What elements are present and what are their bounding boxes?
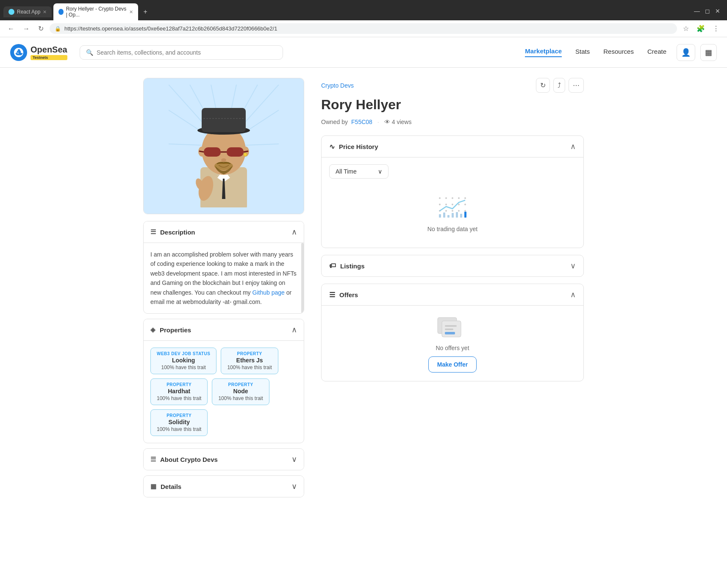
search-icon: 🔍: [86, 49, 93, 56]
details-chevron: ∨: [291, 482, 297, 491]
property-card-4: PROPERTY Solidity 100% have this trait: [150, 409, 208, 436]
property-value-3: Node: [218, 388, 263, 395]
search-bar: 🔍: [80, 45, 283, 60]
github-link[interactable]: Github page: [253, 289, 285, 296]
details-label: Details: [161, 483, 181, 490]
svg-point-42: [458, 204, 460, 205]
property-type-3: PROPERTY: [218, 382, 263, 387]
properties-grid: WEB3 DEV JOB STATUS Looking 100% have th…: [144, 340, 304, 443]
offers-panel: ☰ Offers ∧: [321, 284, 584, 381]
refresh-button[interactable]: ↻: [536, 78, 550, 93]
price-history-header[interactable]: ∿ Price History ∧: [322, 136, 583, 157]
browser-tab-react-close[interactable]: ✕: [43, 9, 47, 15]
browser-tab-opensea[interactable]: Rory Hellyer - Crypto Devs | Op... ✕: [53, 3, 138, 20]
address-bar[interactable]: 🔒 https://testnets.opensea.io/assets/0xe…: [50, 23, 677, 34]
description-header[interactable]: ☰ Description ∧: [144, 221, 304, 243]
property-value-4: Solidity: [157, 419, 201, 425]
back-button[interactable]: ←: [5, 23, 17, 34]
window-maximize[interactable]: ◻: [705, 8, 710, 14]
forward-button[interactable]: →: [20, 23, 32, 34]
browser-tab-opensea-close[interactable]: ✕: [129, 9, 133, 15]
property-card-1: PROPERTY Ethers Js 100% have this trait: [221, 348, 278, 374]
wallet-button[interactable]: ▦: [700, 44, 717, 61]
nav-marketplace[interactable]: Marketplace: [525, 47, 562, 57]
logo-area[interactable]: OpenSea Testnets: [10, 44, 69, 61]
search-input[interactable]: [97, 49, 277, 56]
star-button[interactable]: ☆: [680, 23, 691, 34]
property-rarity-4: 100% have this trait: [157, 426, 201, 432]
about-icon: ☰: [150, 455, 156, 463]
asset-actions: ↻ ⤴ ⋯: [536, 78, 584, 93]
menu-button[interactable]: ⋮: [710, 23, 722, 34]
extensions-button[interactable]: 🧩: [694, 23, 708, 34]
listings-label: Listings: [340, 262, 365, 270]
property-type-0: WEB3 DEV JOB STATUS: [157, 351, 210, 356]
reload-button[interactable]: ↻: [36, 23, 46, 34]
svg-point-41: [452, 204, 453, 205]
svg-line-28: [199, 151, 204, 152]
listings-header-left: 🏷 Listings: [329, 262, 365, 270]
svg-rect-54: [460, 214, 462, 218]
description-text: I am an accomplished problem solver with…: [150, 250, 297, 306]
offers-header[interactable]: ☰ Offers ∧: [322, 284, 583, 305]
details-header-left: ▦ Details: [150, 483, 181, 490]
svg-point-46: [452, 210, 453, 212]
offers-chevron: ∧: [570, 290, 576, 299]
views-text: 4 views: [392, 119, 412, 125]
nft-character-svg: [169, 85, 279, 207]
profile-button[interactable]: 👤: [677, 44, 695, 61]
svg-rect-51: [447, 215, 450, 218]
details-header[interactable]: ▦ Details ∨: [144, 476, 304, 497]
window-close[interactable]: ✕: [715, 8, 720, 14]
svg-rect-58: [445, 325, 457, 327]
price-history-icon: ∿: [329, 143, 335, 151]
properties-header[interactable]: ◈ Properties ∧: [144, 319, 304, 340]
more-button[interactable]: ⋯: [569, 78, 584, 93]
about-header[interactable]: ☰ About Crypto Devs ∨: [144, 449, 304, 470]
properties-section: ◈ Properties ∧ WEB3 DEV JOB STATUS Looki…: [143, 319, 304, 443]
app: OpenSea Testnets 🔍 Marketplace Stats Res…: [0, 37, 727, 545]
make-offer-button[interactable]: Make Offer: [428, 356, 477, 373]
search-input-wrap[interactable]: 🔍: [80, 45, 283, 60]
svg-point-38: [464, 197, 466, 199]
svg-point-47: [458, 210, 460, 212]
description-section: ☰ Description ∧ I am an accomplished pro…: [143, 221, 304, 314]
browser-toolbar: ← → ↻ 🔒 https://testnets.opensea.io/asse…: [0, 20, 727, 37]
browser-chrome: React App ✕ Rory Hellyer - Crypto Devs |…: [0, 0, 727, 37]
share-button[interactable]: ⤴: [553, 78, 565, 93]
browser-tab-react[interactable]: React App ✕: [3, 6, 52, 17]
header-actions: 👤 ▦: [677, 44, 717, 61]
browser-tabs: React App ✕ Rory Hellyer - Crypto Devs |…: [0, 0, 727, 20]
properties-icon: ◈: [150, 326, 155, 334]
collection-link[interactable]: Crypto Devs: [321, 82, 354, 89]
price-history-panel: ∿ Price History ∧ All Time ∨: [321, 135, 584, 248]
nav-stats[interactable]: Stats: [575, 48, 590, 57]
svg-point-30: [221, 158, 226, 162]
window-minimize[interactable]: —: [694, 8, 700, 14]
properties-header-left: ◈ Properties: [150, 326, 191, 334]
nav-create[interactable]: Create: [647, 48, 666, 57]
property-type-4: PROPERTY: [157, 413, 201, 418]
svg-rect-52: [452, 213, 454, 218]
asset-top-row: Crypto Devs ↻ ⤴ ⋯: [321, 78, 584, 93]
logo-text: OpenSea: [31, 45, 67, 55]
svg-line-29: [244, 151, 248, 152]
svg-point-34: [439, 197, 441, 199]
no-data-chart-svg: [436, 194, 469, 219]
opensea-favicon: [58, 9, 63, 15]
time-filter[interactable]: All Time ∨: [329, 164, 388, 179]
svg-rect-59: [445, 329, 453, 330]
owner-address[interactable]: F55C08: [351, 119, 372, 125]
property-value-1: Ethers Js: [227, 357, 272, 364]
listings-panel: 🏷 Listings ∨: [321, 255, 584, 277]
nav-resources[interactable]: Resources: [603, 48, 634, 57]
listings-header[interactable]: 🏷 Listings ∨: [322, 255, 583, 276]
react-favicon: [8, 9, 14, 15]
about-chevron: ∨: [291, 455, 297, 464]
svg-point-43: [464, 204, 466, 205]
new-tab-button[interactable]: +: [140, 6, 150, 17]
svg-point-35: [445, 197, 447, 199]
property-card-2: PROPERTY Hardhat 100% have this trait: [150, 378, 208, 405]
property-type-2: PROPERTY: [157, 382, 201, 387]
property-rarity-2: 100% have this trait: [157, 395, 201, 401]
